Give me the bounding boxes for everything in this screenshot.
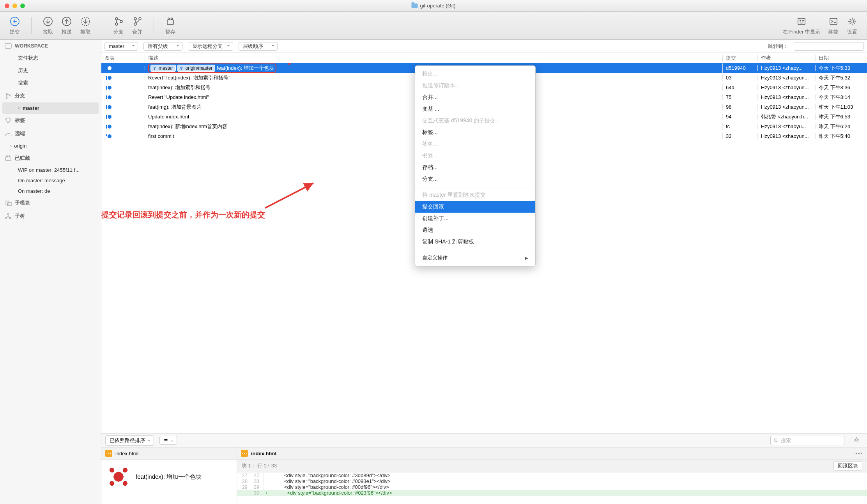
commit-hash: 94 xyxy=(723,114,758,120)
diff-line[interactable]: 2727 <div style="background-color: #3db8… xyxy=(237,472,867,478)
svg-point-5 xyxy=(115,23,118,25)
commit-button[interactable]: 提交 xyxy=(5,14,24,38)
fetch-button[interactable]: 抓取 xyxy=(76,14,95,38)
commit-list[interactable]: masterorigin/master feat(index): 增加一个色块d… xyxy=(101,63,867,433)
terminal-button[interactable]: 终端 xyxy=(824,14,843,38)
sidebar-remote-origin[interactable]: origin xyxy=(0,140,101,152)
commit-dot-icon xyxy=(108,125,111,129)
tags-section-header[interactable]: 标签 xyxy=(0,114,101,127)
menu-copy-sha[interactable]: 复制 SHA-1 到剪贴板 xyxy=(415,236,535,248)
commit-hash: 03 xyxy=(723,75,758,81)
svg-point-35 xyxy=(855,439,858,441)
file-list-item[interactable]: ⋯ index.html xyxy=(101,448,237,460)
close-window-button[interactable] xyxy=(5,4,9,8)
commit-date: 今天 下午5:33 xyxy=(816,65,867,72)
revert-hunk-button[interactable]: 回滚区块 xyxy=(833,461,862,471)
sidebar-item-file-status[interactable]: 文件状态 xyxy=(0,52,101,64)
subtrees-section-header[interactable]: 子树 xyxy=(0,210,101,223)
submodules-section-header[interactable]: 子模块 xyxy=(0,196,101,210)
sort-select[interactable]: 已依照路径排序 xyxy=(105,435,154,446)
menu-merge[interactable]: 合并... xyxy=(415,92,535,103)
show-remote-select[interactable]: 显示远程分支 xyxy=(188,42,233,51)
commit-date: 昨天 下午6:53 xyxy=(816,113,867,120)
menu-push-revision: 推送修订版本... xyxy=(415,80,535,92)
ref-badge[interactable]: master xyxy=(150,65,176,72)
col-description[interactable]: 描述 xyxy=(145,55,723,62)
stash-item[interactable]: On master: de xyxy=(0,186,101,196)
svg-point-20 xyxy=(6,97,7,99)
branches-section-header[interactable]: 分支 xyxy=(0,89,101,102)
settings-button[interactable]: 设置 xyxy=(843,14,862,38)
col-date[interactable]: 日期 xyxy=(816,55,867,62)
ref-badge[interactable]: origin/master xyxy=(177,65,215,72)
stash-item[interactable]: On master: message xyxy=(0,175,101,186)
col-graph[interactable]: 图表 xyxy=(101,55,145,62)
menu-rebase[interactable]: 变基 ... xyxy=(415,103,535,115)
diff-panel: 已依照路径排序 ≣ 搜索 ⋯ index.html xyxy=(101,433,867,504)
branch-button[interactable]: 分支 xyxy=(109,14,128,38)
menu-reset: 将 master 重置到这次提交 xyxy=(415,189,535,201)
diff-line[interactable]: 2929 <div style="background-color: #00df… xyxy=(237,484,867,490)
menu-create-patch[interactable]: 创建补丁... xyxy=(415,213,535,224)
file-name: index.html xyxy=(115,451,138,456)
commit-author: Hzy0913 <zhaoyun... xyxy=(758,104,816,110)
view-mode-select[interactable]: ≣ xyxy=(159,436,177,445)
commit-message: Update index.html xyxy=(148,114,189,120)
commit-dot-icon xyxy=(108,115,111,119)
svg-rect-13 xyxy=(798,18,805,25)
parents-select[interactable]: 所有父级 xyxy=(143,42,182,51)
menu-archive[interactable]: 存档... xyxy=(415,162,535,173)
stashes-section-header[interactable]: 已贮藏 xyxy=(0,152,101,165)
diff-search-input[interactable]: 搜索 xyxy=(770,436,844,445)
sidebar-branch-master[interactable]: master xyxy=(2,102,99,114)
stash-item[interactable]: WIP on master: 2455f11 f... xyxy=(0,165,101,175)
commit-author: Hzy0913 <zhaoyu... xyxy=(758,123,816,129)
gear-icon xyxy=(853,436,860,443)
commit-message: Revert "feat(index): 增加索引和括号" xyxy=(148,75,230,81)
svg-point-28 xyxy=(5,217,7,219)
more-icon[interactable]: ••• xyxy=(855,451,863,456)
toolbar: 提交 拉取 推送 抓取 分支 合并 暂存 在 Finder 中显示 终端 设置 xyxy=(0,12,867,40)
order-select[interactable]: 层级顺序 xyxy=(239,42,278,51)
diff-line[interactable]: 30+ <div style="background-color: #023f9… xyxy=(237,490,867,496)
commit-date: 昨天 下午5:40 xyxy=(816,133,867,140)
menu-branch[interactable]: 分支... xyxy=(415,173,535,185)
svg-point-34 xyxy=(774,439,777,442)
sidebar-item-history[interactable]: 历史 xyxy=(0,64,101,77)
commit-meta: feat(index): 增加一个色块 xyxy=(101,460,237,494)
diff-settings-button[interactable] xyxy=(850,436,863,445)
commit-dot-icon xyxy=(108,66,111,70)
diff-line[interactable]: 2828 <div style="background-color: #0093… xyxy=(237,478,867,484)
stash-button[interactable]: 暂存 xyxy=(161,14,180,38)
file-list-panel: ⋯ index.html feat(index): 增加一个色块 xyxy=(101,448,237,504)
col-commit[interactable]: 提交 xyxy=(723,55,758,62)
show-in-finder-button[interactable]: 在 Finder 中显示 xyxy=(779,14,824,38)
commit-message: feat(index): 增加一个色块 xyxy=(217,65,274,72)
pull-button[interactable]: 拉取 xyxy=(39,14,57,38)
workspace-section-header[interactable]: WORKSPACE xyxy=(0,40,101,52)
commit-dot-icon xyxy=(108,95,111,99)
merge-button[interactable]: 合并 xyxy=(128,14,147,38)
branch-select[interactable]: master xyxy=(104,42,138,51)
commit-hash: 32 xyxy=(723,133,758,139)
commit-author: Hzy0913 <zhaoy... xyxy=(758,65,816,71)
minimize-window-button[interactable] xyxy=(12,4,17,8)
svg-point-17 xyxy=(851,20,854,23)
window-title: git-operate (Git) xyxy=(420,3,455,9)
commit-hash: 75 xyxy=(723,94,758,100)
sidebar-item-search[interactable]: 搜索 xyxy=(0,77,101,89)
commit-date: 昨天 下午11:03 xyxy=(816,104,867,111)
jump-to-input[interactable] xyxy=(794,42,864,51)
menu-revert-commit[interactable]: 提交回滚 xyxy=(415,201,535,213)
arrow-icon xyxy=(285,63,316,67)
zoom-window-button[interactable] xyxy=(20,4,25,8)
push-button[interactable]: 推送 xyxy=(57,14,76,38)
commit-date: 今天 下午5:32 xyxy=(816,74,867,81)
menu-cherry-pick[interactable]: 遴选 xyxy=(415,224,535,236)
col-author[interactable]: 作者 xyxy=(758,55,816,62)
author-avatar xyxy=(107,465,130,488)
svg-rect-10 xyxy=(167,20,173,25)
menu-custom-actions[interactable]: 自定义操作 xyxy=(415,252,535,264)
remotes-section-header[interactable]: 远端 xyxy=(0,127,101,140)
menu-tag[interactable]: 标签... xyxy=(415,127,535,138)
